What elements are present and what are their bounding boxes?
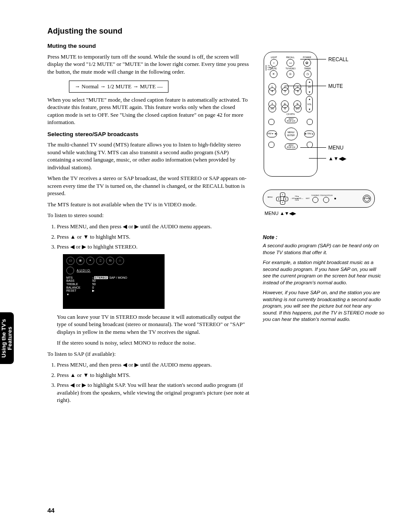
arrow-down-icon: ▼ <box>66 292 161 296</box>
menu-icon: ⧉ <box>106 257 114 265</box>
stereo-step: Press MENU, and then press ◀ or ▶ until … <box>57 223 250 230</box>
sap-p2: When the TV receives a stereo or SAP bro… <box>47 174 250 197</box>
num-button[interactable]: 5 <box>281 87 289 95</box>
sap-p3: The MTS feature is not available when th… <box>47 201 250 208</box>
num-button[interactable]: 6 <box>294 87 302 95</box>
dpad-down[interactable]: ADV/ POP CH <box>285 143 298 149</box>
dpad-corner[interactable] <box>307 119 313 125</box>
page-title: Adjusting the sound <box>47 26 250 36</box>
menu-icon: ✦ <box>86 257 94 265</box>
dpad-up[interactable]: ADV/ POP CH <box>285 117 298 123</box>
section-sap-title: Selecting stereo/SAP broadcasts <box>47 131 250 138</box>
panel-power-button[interactable]: POWER <box>363 195 371 203</box>
panel-ch-up[interactable]: ▲ <box>280 193 285 197</box>
mute-button[interactable]: ✕ <box>270 70 277 78</box>
section-muting-title: Muting the sound <box>47 42 250 50</box>
ch-rocker[interactable]: ▲CH▼ <box>306 79 313 95</box>
panel-tvvideo-button[interactable] <box>312 197 318 203</box>
vol-rocker[interactable]: ▲VOL▼ <box>306 96 313 112</box>
power-button[interactable]: ⏻ <box>303 59 311 67</box>
dpad-corner[interactable] <box>307 142 313 148</box>
callout-mute: MUTE <box>328 83 343 90</box>
dpad-corner[interactable] <box>268 119 274 125</box>
tv-panel-labels: MENU ▲▼◀▶ <box>265 210 385 217</box>
dpad-right[interactable]: ▶ FAV▲ <box>304 131 314 137</box>
stereo-step: Press ◀ or ▶ to highlight STEREO. <box>57 243 250 251</box>
muting-p2: When you select "MUTE" mode, the closed … <box>47 96 250 126</box>
num-button[interactable]: 0 <box>281 105 289 112</box>
figures-column: TV CABLE VCR LIGHT☼ RECALL▭ POWER⏻ MUTE✕… <box>263 26 385 408</box>
dpad: ADV/ POP CH ADV/ POP CH FAV▼ ◀ ▶ FAV▲ ME… <box>266 117 315 149</box>
audio-menu-title: AUDIO <box>77 268 90 272</box>
menu-icon: ◉ <box>76 257 84 265</box>
note-title: Note : <box>263 234 385 241</box>
timer-button[interactable]: ◷ <box>304 70 311 78</box>
menu-enter-button[interactable]: MENU/ ENTER <box>285 128 298 140</box>
callout-menu: MENU <box>328 144 343 151</box>
after-stereo-p2: If the stereo sound is noisy, select MON… <box>57 339 250 347</box>
recall-button[interactable]: ▭ <box>286 59 294 67</box>
panel-vol-down[interactable]: ◀ <box>276 197 281 201</box>
tvvideo-button[interactable]: ⊙ <box>286 70 294 78</box>
num-button[interactable]: 4 <box>268 87 276 95</box>
mute-flow: → Normal → 1/2 MUTE → MUTE — <box>69 81 168 93</box>
num-button[interactable]: 100 <box>268 105 276 112</box>
callout-arrows: ▲▼◀▶ <box>328 155 346 162</box>
sap-step: Press MENU, and then press ◀ or ▶ until … <box>57 361 250 369</box>
panel-touchfocus-button[interactable] <box>323 197 329 203</box>
sap-intro: To listen to SAP (if available): <box>47 350 250 358</box>
audio-icon <box>66 267 74 274</box>
note-body: A second audio program (SAP) can be hear… <box>263 243 385 323</box>
ent-button[interactable]: ENT <box>294 105 302 112</box>
led-icon <box>334 198 336 199</box>
audio-menu-screenshot: ▭ ◉ ✦ ▯ ⧉ ⌂ AUDIO MTS◁STEREO/ SAP / MONO… <box>63 254 165 309</box>
menu-icon: ▯ <box>96 257 104 265</box>
dpad-left[interactable]: FAV▼ ◀ <box>267 131 277 137</box>
dpad-corner[interactable] <box>268 142 274 148</box>
sap-step: Press ▲ or ▼ to highlight MTS. <box>57 371 250 379</box>
menu-icon: ⌂ <box>116 257 124 265</box>
device-selector: TV CABLE VCR <box>266 65 273 71</box>
callout-recall: RECALL <box>328 56 349 63</box>
muting-p1: Press MUTE to temporarily turn off the s… <box>47 53 250 76</box>
menu-icon: ▭ <box>66 257 75 265</box>
page-number: 44 <box>47 506 55 515</box>
sap-p1: The multi-channel TV sound (MTS) feature… <box>47 141 250 171</box>
panel-vol-up[interactable]: ▶ <box>283 197 288 201</box>
stereo-step: Press ▲ or ▼ to highlight MTS. <box>57 233 250 241</box>
stereo-intro: To listen to stereo sound: <box>47 212 250 219</box>
main-content: Adjusting the sound Muting the sound Pre… <box>47 26 250 408</box>
after-stereo-p1: You can leave your TV in STEREO mode bec… <box>57 313 250 336</box>
sap-step: Press ◀ or ▶ to highlight SAP. You will … <box>57 381 250 404</box>
tv-panel-diagram: MENU ▲ ▼ ◀ ▶ CH▲ - VOL◀ ▶VOL + CH▼ EXIT … <box>263 190 375 208</box>
